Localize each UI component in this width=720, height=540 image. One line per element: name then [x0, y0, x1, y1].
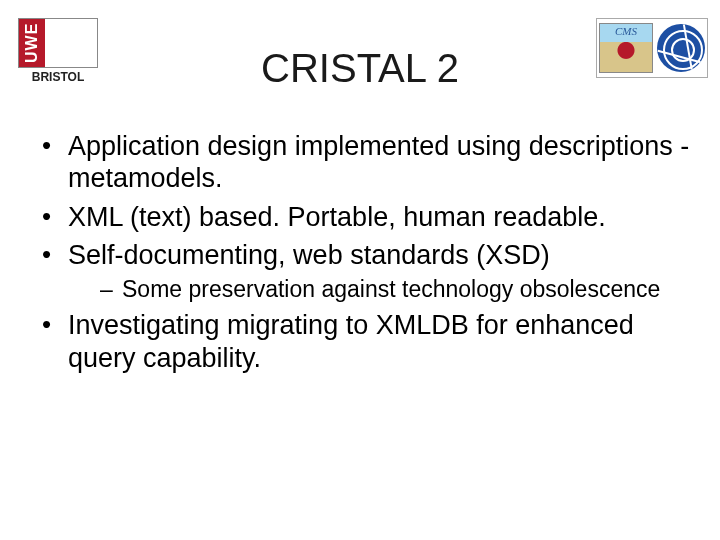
bullet-item: Application design implemented using des… — [36, 130, 690, 195]
bullet-text: Investigating migrating to XMLDB for enh… — [68, 310, 634, 372]
bullet-item: Investigating migrating to XMLDB for enh… — [36, 309, 690, 374]
bullet-list: Application design implemented using des… — [36, 130, 690, 374]
slide-body: Application design implemented using des… — [36, 130, 690, 380]
sub-bullet-item: Some preservation against technology obs… — [96, 276, 690, 304]
sub-bullet-text: Some preservation against technology obs… — [122, 276, 660, 302]
bullet-item: XML (text) based. Portable, human readab… — [36, 201, 690, 233]
bullet-text: XML (text) based. Portable, human readab… — [68, 202, 606, 232]
bullet-text: Application design implemented using des… — [68, 131, 689, 193]
bullet-text: Self-documenting, web standards (XSD) — [68, 240, 550, 270]
slide-title: CRISTAL 2 — [0, 46, 720, 91]
sub-bullet-list: Some preservation against technology obs… — [96, 276, 690, 304]
cms-logo-label: CMS — [600, 25, 652, 37]
bullet-item: Self-documenting, web standards (XSD) So… — [36, 239, 690, 303]
slide: UWE BRISTOL CMS CRISTAL 2 Application de… — [0, 0, 720, 540]
